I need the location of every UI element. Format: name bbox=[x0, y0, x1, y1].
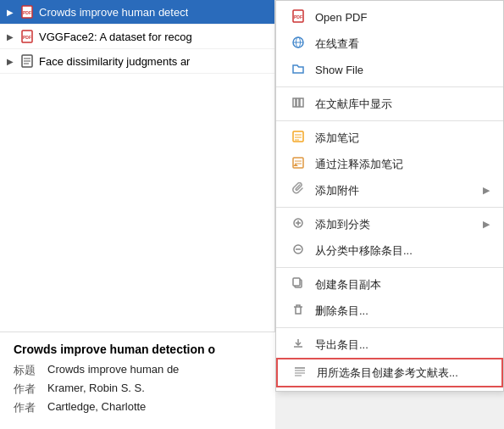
info-row-2: 作者 Cartledge, Charlotte bbox=[14, 400, 262, 415]
svg-rect-15 bbox=[300, 98, 303, 107]
trash-icon bbox=[290, 303, 307, 319]
library-item-text-3: Face dissimilarity judgments ar bbox=[39, 55, 190, 68]
menu-item-export[interactable]: 导出条目... bbox=[276, 332, 503, 358]
menu-item-view-online[interactable]: 在线查看 bbox=[276, 31, 503, 57]
divider-4 bbox=[276, 267, 503, 268]
classify-icon bbox=[290, 216, 307, 232]
expand-arrow-3: ▶ bbox=[7, 57, 14, 66]
menu-item-remove-from-collection[interactable]: 从分类中移除条目... bbox=[276, 237, 503, 264]
menu-item-add-annot-note[interactable]: 通过注释添加笔记 bbox=[276, 151, 503, 177]
library-item-text-1: Crowds improve human detect bbox=[39, 6, 188, 19]
menu-item-show-file[interactable]: Show File bbox=[276, 57, 503, 83]
note-icon bbox=[290, 130, 307, 146]
menu-label-add-to-collection: 添加到分类 bbox=[315, 217, 474, 232]
export-icon bbox=[290, 337, 307, 353]
svg-rect-14 bbox=[296, 98, 299, 107]
svg-rect-13 bbox=[293, 98, 296, 107]
menu-label-export: 导出条目... bbox=[315, 337, 490, 353]
doc-icon-1: PDF bbox=[20, 5, 34, 19]
info-title: Crowds improve human detection o bbox=[14, 343, 262, 356]
svg-rect-29 bbox=[293, 278, 300, 286]
menu-item-add-attach[interactable]: 添加附件 ▶ bbox=[276, 177, 503, 203]
menu-label-add-annot-note: 通过注释添加笔记 bbox=[315, 157, 490, 172]
duplicate-icon bbox=[290, 276, 307, 292]
left-panel: ▶ PDF Crowds improve human detect ▶ PDF … bbox=[0, 0, 275, 429]
info-row-0: 标题 Crowds improve human de bbox=[14, 363, 262, 378]
expand-arrow-1: ▶ bbox=[7, 8, 14, 17]
context-menu: PDF Open PDF 在线查看 Show File 在文献库中显示 添加笔记 bbox=[275, 0, 504, 392]
info-value-0: Crowds improve human de bbox=[47, 363, 179, 378]
library-icon bbox=[290, 96, 307, 112]
info-label-1: 作者 bbox=[14, 382, 41, 397]
menu-label-view-online: 在线查看 bbox=[315, 36, 490, 52]
menu-item-show-in-library[interactable]: 在文献库中显示 bbox=[276, 91, 503, 117]
submenu-arrow-classify: ▶ bbox=[483, 219, 490, 230]
svg-text:PDF: PDF bbox=[294, 14, 302, 20]
divider-5 bbox=[276, 327, 503, 328]
svg-text:PDF: PDF bbox=[23, 10, 31, 15]
menu-label-open-pdf: Open PDF bbox=[315, 11, 490, 24]
menu-item-delete[interactable]: 删除条目... bbox=[276, 298, 503, 324]
menu-label-add-note: 添加笔记 bbox=[315, 131, 490, 146]
menu-label-create-biblio: 用所选条目创建参考文献表... bbox=[317, 365, 488, 381]
info-row-1: 作者 Kramer, Robin S. S. bbox=[14, 382, 262, 397]
menu-item-duplicate[interactable]: 创建条目副本 bbox=[276, 271, 503, 298]
library-list: ▶ PDF Crowds improve human detect ▶ PDF … bbox=[0, 0, 274, 74]
library-item-1[interactable]: ▶ PDF Crowds improve human detect bbox=[0, 0, 274, 25]
folder-icon bbox=[290, 62, 307, 78]
attach-icon bbox=[290, 182, 307, 198]
info-label-2: 作者 bbox=[14, 400, 41, 415]
submenu-arrow-attach: ▶ bbox=[483, 185, 490, 196]
svg-text:PDF: PDF bbox=[23, 35, 31, 40]
svg-rect-20 bbox=[293, 158, 303, 168]
remove-icon bbox=[290, 242, 307, 259]
menu-item-open-pdf[interactable]: PDF Open PDF bbox=[276, 4, 503, 31]
info-label-0: 标题 bbox=[14, 363, 41, 378]
biblio-icon bbox=[291, 365, 308, 381]
divider-1 bbox=[276, 86, 503, 87]
expand-arrow-2: ▶ bbox=[7, 32, 14, 42]
info-value-2: Cartledge, Charlotte bbox=[47, 400, 146, 415]
menu-item-add-to-collection[interactable]: 添加到分类 ▶ bbox=[276, 211, 503, 237]
library-item-2[interactable]: ▶ PDF VGGFace2: A dataset for recog bbox=[0, 25, 274, 49]
info-panel: Crowds improve human detection o 标题 Crow… bbox=[0, 332, 275, 429]
menu-label-show-in-library: 在文献库中显示 bbox=[315, 97, 490, 112]
menu-item-add-note[interactable]: 添加笔记 bbox=[276, 125, 503, 151]
pdf-icon: PDF bbox=[290, 9, 307, 25]
library-item-text-2: VGGFace2: A dataset for recog bbox=[39, 31, 192, 43]
annot-icon bbox=[290, 156, 307, 172]
menu-item-create-biblio[interactable]: 用所选条目创建参考文献表... bbox=[276, 358, 503, 387]
divider-2 bbox=[276, 120, 503, 121]
menu-label-show-file: Show File bbox=[315, 64, 490, 76]
menu-label-duplicate: 创建条目副本 bbox=[315, 277, 490, 292]
info-value-1: Kramer, Robin S. S. bbox=[47, 382, 145, 397]
menu-label-remove-from-collection: 从分类中移除条目... bbox=[315, 243, 490, 259]
menu-label-delete: 删除条目... bbox=[315, 304, 490, 319]
divider-3 bbox=[276, 207, 503, 208]
web-icon bbox=[290, 36, 307, 52]
library-item-3[interactable]: ▶ Face dissimilarity judgments ar bbox=[0, 49, 274, 74]
menu-label-add-attach: 添加附件 bbox=[315, 183, 474, 198]
doc-icon-2: PDF bbox=[20, 30, 34, 43]
doc-icon-3 bbox=[20, 54, 34, 68]
